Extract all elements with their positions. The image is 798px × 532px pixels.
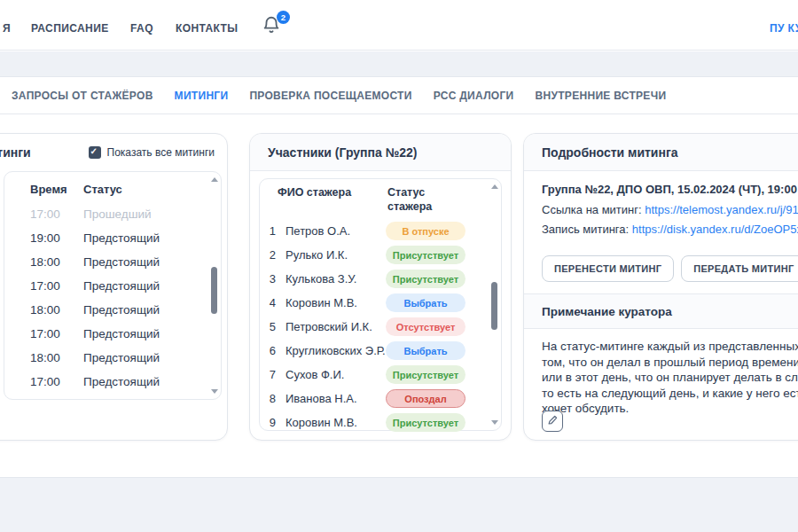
meeting-status: Предстоящий xyxy=(83,303,160,317)
meetings-card: Митинги Показать все митинги Время Стату… xyxy=(0,133,228,441)
meetings-table-header: Время Статус xyxy=(4,172,221,202)
column-header-intern-status: Статус стажера xyxy=(387,186,441,214)
intern-name: Иванова Н.А. xyxy=(286,392,357,405)
meeting-info: Группа №22, ДПО ОВП, 15.02.2024 (ЧТ), 19… xyxy=(542,183,798,196)
participant-row: 7 Сухов Ф.И. Присутствует xyxy=(260,363,501,387)
meeting-link-label: Ссылка на митинг: xyxy=(542,203,642,216)
row-number: 2 xyxy=(267,248,276,262)
participant-row: 2 Рулько И.К. Присутствует xyxy=(260,243,501,267)
scroll-up-icon[interactable] xyxy=(211,177,218,182)
note-line: том, что он делал в прошлый период време… xyxy=(542,355,798,371)
meeting-status: Предстоящий xyxy=(83,279,160,293)
scrollbar-thumb[interactable] xyxy=(491,282,497,330)
nav-item-schedule[interactable]: РАСПИСАНИЕ xyxy=(31,22,109,35)
curator-note-title: Примечание куратора xyxy=(524,293,798,329)
row-number: 1 xyxy=(267,224,276,238)
intern-name: Коровин М.В. xyxy=(286,416,357,429)
meeting-row[interactable]: 17:00 Предстоящий xyxy=(4,370,221,394)
note-line: или в этот день, что он планирует делать… xyxy=(542,370,798,386)
participant-row: 3 Кулькова З.У. Присутствует xyxy=(260,267,501,291)
meeting-row[interactable]: 18:00 Предстоящий xyxy=(4,298,221,322)
meetings-table: Время Статус 17:00 Прошедший 19:00 Предс… xyxy=(4,171,222,400)
row-number: 8 xyxy=(267,392,276,405)
row-number: 7 xyxy=(267,368,276,381)
meeting-row[interactable]: 18:00 Предстоящий xyxy=(4,346,221,370)
column-header-status: Статус xyxy=(83,183,122,196)
meeting-time: 17:00 xyxy=(30,327,83,340)
section-tabs: ЗАПРОСЫ ОТ СТАЖЁРОВ МИТИНГИ ПРОВЕРКА ПОС… xyxy=(0,76,798,114)
notifications-button[interactable]: 2 xyxy=(262,15,285,38)
participants-card: Участники (Группа №22) ФИО стажера Стату… xyxy=(249,133,512,441)
row-number: 9 xyxy=(267,416,276,429)
header-separator-band xyxy=(0,51,798,76)
meeting-status: Предстоящий xyxy=(83,351,160,364)
participants-table-header: ФИО стажера Статус стажера xyxy=(260,179,501,219)
status-badge[interactable]: Присутствует xyxy=(386,246,466,264)
meetings-card-title: Митинги xyxy=(0,145,31,160)
meeting-time: 17:00 xyxy=(30,279,83,293)
participant-row: 1 Петров О.А. В отпуске xyxy=(260,219,501,243)
note-line: хочет обсудить. xyxy=(542,401,798,417)
reschedule-meeting-button[interactable]: ПЕРЕНЕСТИ МИТИНГ xyxy=(542,255,674,282)
edit-note-button[interactable] xyxy=(542,411,563,432)
bell-icon xyxy=(262,22,281,37)
tab-meetings[interactable]: МИТИНГИ xyxy=(175,90,229,102)
top-nav: Я РАСПИСАНИЕ FAQ КОНТАКТЫ 2 ПУ КУРАТОРА xyxy=(0,0,798,51)
meeting-row[interactable]: 17:00 Предстоящий xyxy=(4,322,221,346)
participants-card-title: Участники (Группа №22) xyxy=(250,134,511,171)
meeting-status: Предстоящий xyxy=(83,375,160,388)
row-number: 5 xyxy=(267,320,276,333)
page-footer: НИЦ ЦРТРИС xyxy=(0,477,798,532)
meeting-time: 18:00 xyxy=(30,351,83,364)
status-badge[interactable]: Выбрать xyxy=(386,293,466,312)
intern-name: Рулько И.К. xyxy=(286,248,348,262)
participants-table: ФИО стажера Статус стажера 1 Петров О.А.… xyxy=(259,178,502,431)
tab-intern-requests[interactable]: ЗАПРОСЫ ОТ СТАЖЁРОВ xyxy=(12,90,153,102)
transfer-meeting-button[interactable]: ПЕРЕДАТЬ МИТИНГ xyxy=(681,255,798,282)
row-number: 6 xyxy=(267,344,276,357)
nav-item-contacts[interactable]: КОНТАКТЫ xyxy=(176,22,238,35)
checkbox-checked-icon[interactable] xyxy=(89,146,101,159)
meeting-time: 17:00 xyxy=(30,207,83,221)
meeting-row[interactable]: 17:00 Прошедший xyxy=(4,202,221,226)
meeting-status: Прошедший xyxy=(83,207,152,221)
meeting-status: Предстоящий xyxy=(83,231,160,245)
meeting-time: 18:00 xyxy=(30,255,83,269)
recording-link[interactable]: https://disk.yandex.ru/d/ZoeOP5xbXRp xyxy=(632,223,798,236)
meeting-row[interactable]: 18:00 Предстоящий xyxy=(4,250,221,274)
curator-note-text: На статус-митинге каждый из представленн… xyxy=(542,339,798,417)
intern-name: Петров О.А. xyxy=(286,224,350,238)
tab-attendance-check[interactable]: ПРОВЕРКА ПОСЕЩАЕМОСТИ xyxy=(249,90,411,102)
show-all-meetings-toggle[interactable]: Показать все митинги xyxy=(89,146,215,159)
scroll-down-icon[interactable] xyxy=(211,389,218,394)
column-header-time: Время xyxy=(30,183,83,196)
row-number: 3 xyxy=(267,272,276,286)
note-line: На статус-митинге каждый из представленн… xyxy=(542,339,798,355)
scroll-down-icon[interactable] xyxy=(491,420,498,425)
show-all-meetings-label: Показать все митинги xyxy=(107,146,215,159)
tab-internal-meetings[interactable]: ВНУТРЕННИЕ ВСТРЕЧИ xyxy=(536,90,667,102)
status-badge[interactable]: Присутствует xyxy=(386,413,466,432)
scroll-up-icon[interactable] xyxy=(491,184,498,189)
meeting-time: 17:00 xyxy=(30,375,83,388)
curator-panel-link[interactable]: ПУ КУРАТОРА xyxy=(770,22,798,35)
participant-row: 5 Петровский И.К. Отсутствует xyxy=(260,315,501,339)
tab-rss-dialogs[interactable]: РСС ДИАЛОГИ xyxy=(434,90,514,102)
nav-item-faq[interactable]: FAQ xyxy=(130,22,153,35)
status-badge[interactable]: Присутствует xyxy=(386,365,466,384)
meeting-row[interactable]: 17:00 Предстоящий xyxy=(4,274,221,298)
meeting-time: 19:00 xyxy=(30,231,83,245)
nav-item-main[interactable]: Я xyxy=(3,22,11,35)
scrollbar-thumb[interactable] xyxy=(211,267,217,314)
pencil-icon xyxy=(547,413,559,429)
status-badge[interactable]: Опоздал xyxy=(386,389,466,408)
meeting-row[interactable]: 19:00 Предстоящий xyxy=(4,226,221,250)
status-badge[interactable]: В отпуске xyxy=(386,222,466,240)
status-badge[interactable]: Присутствует xyxy=(386,270,466,288)
note-line: то есть на следующий день, и какие у нег… xyxy=(542,386,798,402)
meeting-link[interactable]: https://telemost.yandex.ru/j/917799 xyxy=(645,203,798,216)
status-badge[interactable]: Выбрать xyxy=(386,341,466,360)
status-badge[interactable]: Отсутствует xyxy=(386,317,466,336)
participant-row: 4 Коровин М.В. Выбрать xyxy=(260,291,501,315)
meeting-details-card: Подробности митинга Группа №22, ДПО ОВП,… xyxy=(523,133,798,441)
